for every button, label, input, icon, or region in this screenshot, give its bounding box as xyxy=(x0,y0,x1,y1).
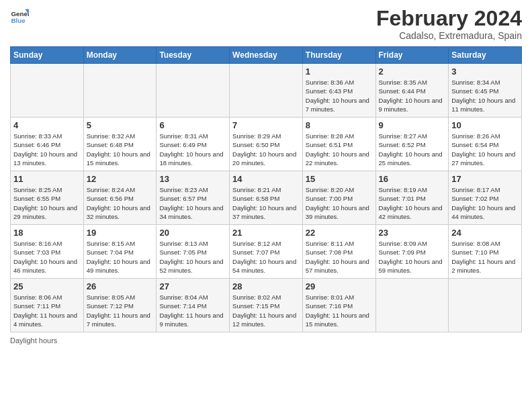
day-number: 7 xyxy=(232,120,300,130)
col-header-tuesday: Tuesday xyxy=(157,47,230,64)
footer: Daylight hours xyxy=(10,336,522,345)
day-info: Sunrise: 8:35 AM Sunset: 6:44 PM Dayligh… xyxy=(379,78,446,113)
calendar-cell: 12Sunrise: 8:24 AM Sunset: 6:56 PM Dayli… xyxy=(83,171,157,225)
day-info: Sunrise: 8:28 AM Sunset: 6:51 PM Dayligh… xyxy=(306,132,373,167)
calendar-cell xyxy=(230,64,303,118)
day-info: Sunrise: 8:15 AM Sunset: 7:04 PM Dayligh… xyxy=(87,239,154,275)
day-info: Sunrise: 8:24 AM Sunset: 6:56 PM Dayligh… xyxy=(87,185,154,221)
calendar-cell: 24Sunrise: 8:08 AM Sunset: 7:10 PM Dayli… xyxy=(449,225,522,279)
day-number: 17 xyxy=(451,174,519,184)
calendar-cell: 7Sunrise: 8:29 AM Sunset: 6:50 PM Daylig… xyxy=(230,118,303,171)
calendar-cell: 28Sunrise: 8:02 AM Sunset: 7:15 PM Dayli… xyxy=(230,279,303,332)
calendar-cell: 11Sunrise: 8:25 AM Sunset: 6:55 PM Dayli… xyxy=(11,171,84,225)
calendar-cell: 3Sunrise: 8:34 AM Sunset: 6:45 PM Daylig… xyxy=(449,64,522,118)
day-number: 11 xyxy=(13,174,81,184)
day-number: 24 xyxy=(451,228,519,238)
day-info: Sunrise: 8:12 AM Sunset: 7:07 PM Dayligh… xyxy=(232,239,300,275)
day-number: 3 xyxy=(451,66,519,77)
day-number: 15 xyxy=(306,174,373,184)
day-number: 27 xyxy=(159,281,226,291)
calendar-cell xyxy=(11,64,84,118)
col-header-friday: Friday xyxy=(375,47,449,64)
calendar-cell: 20Sunrise: 8:13 AM Sunset: 7:05 PM Dayli… xyxy=(157,225,230,279)
day-info: Sunrise: 8:02 AM Sunset: 7:15 PM Dayligh… xyxy=(232,293,300,328)
calendar-cell: 4Sunrise: 8:33 AM Sunset: 6:46 PM Daylig… xyxy=(11,118,84,171)
location-subtitle: Cadalso, Extremadura, Spain xyxy=(376,30,522,41)
calendar-cell: 16Sunrise: 8:19 AM Sunset: 7:01 PM Dayli… xyxy=(375,171,449,225)
page-container: General Blue February 2024 Cadalso, Extr… xyxy=(0,0,532,351)
calendar-cell: 22Sunrise: 8:11 AM Sunset: 7:08 PM Dayli… xyxy=(302,225,375,279)
day-number: 14 xyxy=(232,174,300,184)
calendar-cell: 14Sunrise: 8:21 AM Sunset: 6:58 PM Dayli… xyxy=(230,171,303,225)
day-number: 5 xyxy=(87,120,154,130)
calendar-cell: 9Sunrise: 8:27 AM Sunset: 6:52 PM Daylig… xyxy=(375,118,449,171)
day-info: Sunrise: 8:36 AM Sunset: 6:43 PM Dayligh… xyxy=(306,78,373,113)
calendar-cell: 15Sunrise: 8:20 AM Sunset: 7:00 PM Dayli… xyxy=(302,171,375,225)
day-number: 25 xyxy=(13,281,81,291)
day-info: Sunrise: 8:32 AM Sunset: 6:48 PM Dayligh… xyxy=(87,132,154,167)
calendar-week-row: 18Sunrise: 8:16 AM Sunset: 7:03 PM Dayli… xyxy=(11,225,522,279)
day-number: 2 xyxy=(379,66,446,77)
day-info: Sunrise: 8:19 AM Sunset: 7:01 PM Dayligh… xyxy=(379,185,446,221)
day-info: Sunrise: 8:06 AM Sunset: 7:11 PM Dayligh… xyxy=(13,293,81,328)
day-info: Sunrise: 8:09 AM Sunset: 7:09 PM Dayligh… xyxy=(379,239,446,275)
calendar-cell: 1Sunrise: 8:36 AM Sunset: 6:43 PM Daylig… xyxy=(302,64,375,118)
day-number: 9 xyxy=(379,120,446,130)
svg-text:Blue: Blue xyxy=(11,17,26,24)
day-info: Sunrise: 8:20 AM Sunset: 7:00 PM Dayligh… xyxy=(306,185,373,221)
page-header: General Blue February 2024 Cadalso, Extr… xyxy=(10,7,522,41)
calendar-cell xyxy=(83,64,157,118)
calendar-cell: 21Sunrise: 8:12 AM Sunset: 7:07 PM Dayli… xyxy=(230,225,303,279)
day-info: Sunrise: 8:04 AM Sunset: 7:14 PM Dayligh… xyxy=(159,293,226,328)
col-header-monday: Monday xyxy=(83,47,157,64)
calendar-cell: 2Sunrise: 8:35 AM Sunset: 6:44 PM Daylig… xyxy=(375,64,449,118)
day-number: 4 xyxy=(13,120,81,130)
title-block: February 2024 Cadalso, Extremadura, Spai… xyxy=(376,7,522,41)
day-info: Sunrise: 8:23 AM Sunset: 6:57 PM Dayligh… xyxy=(159,185,226,221)
day-info: Sunrise: 8:01 AM Sunset: 7:16 PM Dayligh… xyxy=(306,293,373,328)
day-info: Sunrise: 8:31 AM Sunset: 6:49 PM Dayligh… xyxy=(159,132,226,167)
calendar-week-row: 11Sunrise: 8:25 AM Sunset: 6:55 PM Dayli… xyxy=(11,171,522,225)
day-number: 8 xyxy=(306,120,373,130)
day-number: 6 xyxy=(159,120,226,130)
calendar-cell xyxy=(375,279,449,332)
calendar-cell: 25Sunrise: 8:06 AM Sunset: 7:11 PM Dayli… xyxy=(11,279,84,332)
calendar-cell: 5Sunrise: 8:32 AM Sunset: 6:48 PM Daylig… xyxy=(83,118,157,171)
calendar-cell: 26Sunrise: 8:05 AM Sunset: 7:12 PM Dayli… xyxy=(83,279,157,332)
day-info: Sunrise: 8:17 AM Sunset: 7:02 PM Dayligh… xyxy=(451,185,519,221)
day-number: 10 xyxy=(451,120,519,130)
day-info: Sunrise: 8:25 AM Sunset: 6:55 PM Dayligh… xyxy=(13,185,81,221)
calendar-cell xyxy=(157,64,230,118)
day-number: 21 xyxy=(232,228,300,238)
calendar-week-row: 4Sunrise: 8:33 AM Sunset: 6:46 PM Daylig… xyxy=(11,118,522,171)
calendar-cell: 18Sunrise: 8:16 AM Sunset: 7:03 PM Dayli… xyxy=(11,225,84,279)
month-title: February 2024 xyxy=(376,7,522,30)
calendar-cell: 23Sunrise: 8:09 AM Sunset: 7:09 PM Dayli… xyxy=(375,225,449,279)
day-info: Sunrise: 8:27 AM Sunset: 6:52 PM Dayligh… xyxy=(379,132,446,167)
calendar-cell: 6Sunrise: 8:31 AM Sunset: 6:49 PM Daylig… xyxy=(157,118,230,171)
day-number: 22 xyxy=(306,228,373,238)
day-number: 29 xyxy=(306,281,373,291)
calendar-cell: 8Sunrise: 8:28 AM Sunset: 6:51 PM Daylig… xyxy=(302,118,375,171)
day-number: 19 xyxy=(87,228,154,238)
day-info: Sunrise: 8:13 AM Sunset: 7:05 PM Dayligh… xyxy=(159,239,226,275)
day-number: 12 xyxy=(87,174,154,184)
calendar-cell: 17Sunrise: 8:17 AM Sunset: 7:02 PM Dayli… xyxy=(449,171,522,225)
day-number: 13 xyxy=(159,174,226,184)
col-header-sunday: Sunday xyxy=(11,47,84,64)
day-info: Sunrise: 8:16 AM Sunset: 7:03 PM Dayligh… xyxy=(13,239,81,275)
logo: General Blue xyxy=(10,7,29,26)
day-number: 16 xyxy=(379,174,446,184)
day-info: Sunrise: 8:11 AM Sunset: 7:08 PM Dayligh… xyxy=(306,239,373,275)
day-number: 1 xyxy=(306,66,373,77)
logo-icon: General Blue xyxy=(10,7,29,26)
day-info: Sunrise: 8:21 AM Sunset: 6:58 PM Dayligh… xyxy=(232,185,300,221)
day-info: Sunrise: 8:05 AM Sunset: 7:12 PM Dayligh… xyxy=(87,293,154,328)
calendar-header-row: SundayMondayTuesdayWednesdayThursdayFrid… xyxy=(11,47,522,64)
col-header-saturday: Saturday xyxy=(449,47,522,64)
day-number: 28 xyxy=(232,281,300,291)
calendar-cell: 10Sunrise: 8:26 AM Sunset: 6:54 PM Dayli… xyxy=(449,118,522,171)
calendar-cell: 29Sunrise: 8:01 AM Sunset: 7:16 PM Dayli… xyxy=(302,279,375,332)
col-header-thursday: Thursday xyxy=(302,47,375,64)
calendar-cell xyxy=(449,279,522,332)
